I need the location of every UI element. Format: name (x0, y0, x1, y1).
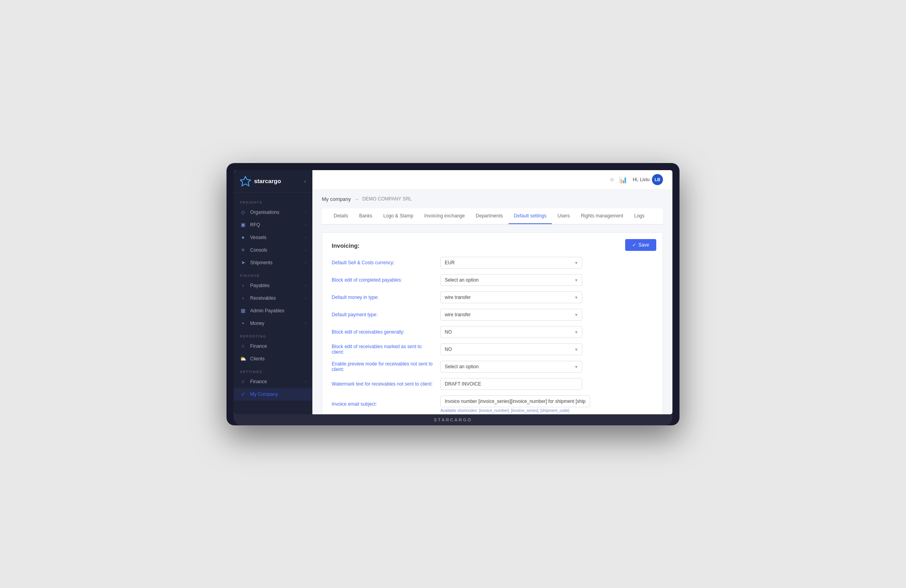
sidebar-item-label: Consols (250, 247, 267, 253)
chevron-icon: › (305, 296, 306, 300)
sidebar-item-money[interactable]: ▪ Money › (234, 317, 312, 330)
topbar-user-greeting: Hi, Liviu (633, 177, 650, 182)
laptop-chin: STARCARGO (234, 414, 672, 425)
section-title: Invoicing: (332, 242, 653, 249)
select-wrapper-currency: EURUSDGBP ▼ (440, 257, 582, 269)
tab-banks[interactable]: Banks (354, 208, 378, 224)
sidebar-item-label: RFQ (250, 222, 260, 228)
select-default-currency[interactable]: EURUSDGBP (440, 257, 582, 269)
nav-section-finance: FINANCE (234, 269, 312, 279)
chevron-icon: › (305, 235, 306, 239)
search-icon[interactable]: ○ (610, 176, 614, 183)
admin-payables-icon: ▦ (240, 308, 246, 314)
tab-invoicing-exchange[interactable]: Invoicing exchange (419, 208, 470, 224)
tab-default-settings[interactable]: Default settings (509, 208, 552, 224)
sidebar-item-my-company[interactable]: ✓ My Company (234, 388, 312, 401)
shortcut-hint: Available shortcodes: [invoice_number], … (440, 408, 590, 413)
sidebar-item-admin-payables[interactable]: ▦ Admin Payables (234, 304, 312, 317)
chevron-icon: › (305, 248, 306, 252)
chevron-icon: › (305, 283, 306, 288)
label-email-subject: Invoice email subject: (332, 401, 434, 407)
sidebar-item-consols[interactable]: ≡ Consols › (234, 244, 312, 256)
label-block-receivables: Block edit of receivables generally: (332, 329, 434, 335)
tab-departments[interactable]: Departments (470, 208, 509, 224)
sidebar-navigation: FREIGHTS ◇ Organisations › ▣ RFQ › ● Ves… (234, 193, 312, 414)
analytics-icon[interactable]: 📊 (619, 176, 627, 184)
tab-users[interactable]: Users (552, 208, 575, 224)
sidebar-item-vessels[interactable]: ● Vessels › (234, 231, 312, 244)
form-row-currency: Default Sell & Costs currency: EURUSDGBP… (332, 257, 653, 269)
my-company-icon: ✓ (240, 391, 246, 397)
chevron-icon: › (305, 379, 306, 384)
select-wrapper-block-receivables-sent: NOYES ▼ (440, 343, 582, 355)
sidebar-item-label: Money (250, 321, 264, 326)
sidebar-item-label: Finance (250, 343, 267, 349)
label-default-currency: Default Sell & Costs currency: (332, 260, 434, 265)
form-row-block-receivables: Block edit of receivables generally: NOY… (332, 326, 653, 338)
nav-section-reporting: REPORTING (234, 330, 312, 340)
tab-logo-stamp[interactable]: Logo & Stamp (378, 208, 419, 224)
control-payment-type: wire transfercashcheck ▼ (440, 309, 582, 321)
logo-text: starcargo (254, 178, 281, 184)
select-block-receivables[interactable]: NOYES (440, 326, 582, 338)
select-wrapper-block-receivables: NOYES ▼ (440, 326, 582, 338)
sidebar-item-label: Payables (250, 283, 269, 288)
tab-logs[interactable]: Logs (629, 208, 650, 224)
vessels-icon: ● (240, 234, 246, 241)
label-watermark: Watermark text for receivables not sent … (332, 381, 434, 387)
laptop-wrapper: starcargo ‹ FREIGHTS ◇ Organisations › ▣… (226, 163, 680, 425)
select-money-in[interactable]: wire transfercashcheck (440, 291, 582, 303)
breadcrumb-sub: DEMO COMPANY SRL (362, 196, 412, 202)
select-block-receivables-sent[interactable]: NOYES (440, 343, 582, 355)
clients-icon: ⛅ (240, 356, 246, 362)
label-block-receivables-sent: Block edit of receivables marked as sent… (332, 344, 434, 355)
topbar-user: Hi, Liviu LB (633, 174, 663, 185)
tab-rights-management[interactable]: Rights management (576, 208, 629, 224)
tab-details[interactable]: Details (328, 208, 354, 224)
form-row-block-payables: Block edit of completed payables: Select… (332, 274, 653, 286)
label-preview-mode: Enable preview mode for receivables not … (332, 361, 434, 372)
chevron-icon: › (305, 210, 306, 214)
sidebar-item-finance-settings[interactable]: ○ Finance › (234, 375, 312, 388)
sidebar-item-label: Clients (250, 356, 265, 362)
select-preview-mode[interactable]: Select an optionYESNO (440, 361, 582, 373)
save-button[interactable]: ✓ Save (625, 239, 656, 251)
user-avatar[interactable]: LB (652, 174, 663, 185)
select-wrapper-money-in: wire transfercashcheck ▼ (440, 291, 582, 303)
topbar-icons: ○ 📊 Hi, Liviu LB (610, 174, 663, 185)
main-content: ○ 📊 Hi, Liviu LB My company → DEMO COMPA… (312, 170, 672, 414)
control-email-subject: Available shortcodes: [invoice_number], … (440, 395, 590, 413)
form-row-watermark: Watermark text for receivables not sent … (332, 378, 653, 390)
sidebar-collapse-button[interactable]: ‹ (304, 178, 306, 184)
laptop-screen: starcargo ‹ FREIGHTS ◇ Organisations › ▣… (234, 170, 672, 414)
sidebar-item-finance-report[interactable]: ○ Finance (234, 340, 312, 352)
sidebar-item-payables[interactable]: › Payables › (234, 279, 312, 292)
money-icon: ▪ (240, 320, 246, 326)
sidebar-logo: starcargo ‹ (234, 170, 312, 193)
input-watermark[interactable] (440, 378, 582, 390)
input-email-subject[interactable] (440, 395, 590, 407)
control-default-currency: EURUSDGBP ▼ (440, 257, 582, 269)
sidebar-item-receivables[interactable]: ‹ Receivables › (234, 292, 312, 304)
topbar: ○ 📊 Hi, Liviu LB (312, 170, 672, 190)
label-payment-type: Default payment type: (332, 312, 434, 317)
sidebar-item-label: Receivables (250, 295, 276, 301)
label-money-in: Default money in type: (332, 295, 434, 300)
select-wrapper-block-payables: Select an optionYESNO ▼ (440, 274, 582, 286)
receivables-icon: ‹ (240, 295, 246, 301)
sidebar-item-label: Vessels (250, 235, 266, 240)
form-row-payment-type: Default payment type: wire transfercashc… (332, 309, 653, 321)
watermark-link[interactable]: Watermark text for receivables not sent … (332, 381, 433, 387)
sidebar-item-organisations[interactable]: ◇ Organisations › (234, 206, 312, 219)
rfq-icon: ▣ (240, 222, 246, 228)
control-watermark (440, 378, 582, 390)
sidebar-item-rfq[interactable]: ▣ RFQ › (234, 219, 312, 231)
sidebar-item-label: My Company (250, 391, 278, 397)
select-block-payables[interactable]: Select an optionYESNO (440, 274, 582, 286)
sidebar-item-shipments[interactable]: ➤ Shipments › (234, 256, 312, 269)
sidebar-item-clients[interactable]: ⛅ Clients (234, 352, 312, 365)
tabs-container: Details Banks Logo & Stamp Invoicing exc… (322, 208, 663, 224)
select-payment-type[interactable]: wire transfercashcheck (440, 309, 582, 321)
finance-settings-icon: ○ (240, 378, 246, 385)
breadcrumb-separator: → (354, 196, 359, 202)
